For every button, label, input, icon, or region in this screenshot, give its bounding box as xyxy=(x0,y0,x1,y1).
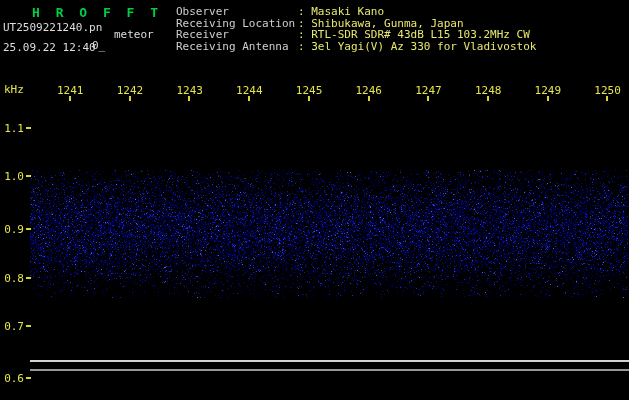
datetime-text: 25.09.22 12:40 xyxy=(3,42,96,53)
header-info-row: Receiving Location: Shibukawa, Gunma, Ja… xyxy=(176,18,464,29)
x-tick-mark xyxy=(308,96,310,101)
y-tick-label: 1.0 xyxy=(2,170,24,183)
info-label: Receiving Location xyxy=(176,18,298,29)
info-value: : 3el Yagi(V) Az 330 for Vladivostok xyxy=(298,40,536,53)
info-label: Receiving Antenna xyxy=(176,41,298,52)
y-tick-label: 0.6 xyxy=(2,372,24,385)
x-tick-mark xyxy=(129,96,131,101)
x-tick-mark xyxy=(69,96,71,101)
y-tick-mark xyxy=(26,377,31,379)
x-tick-mark xyxy=(427,96,429,101)
x-tick-mark xyxy=(188,96,190,101)
echo-counter: 0_ xyxy=(92,40,105,51)
y-tick-label: 0.8 xyxy=(2,272,24,285)
x-tick-mark xyxy=(248,96,250,101)
header-info-row: Receiving Antenna: 3el Yagi(V) Az 330 fo… xyxy=(176,41,536,52)
y-tick-mark xyxy=(26,277,31,279)
y-tick-label: 1.1 xyxy=(2,122,24,135)
y-tick-label: 0.9 xyxy=(2,223,24,236)
y-tick-mark xyxy=(26,127,31,129)
signal-level-baseline-lower xyxy=(30,369,629,371)
y-tick-mark xyxy=(26,175,31,177)
header-info-row: Receiver: RTL-SDR SDR# 43dB L15 103.2MHz… xyxy=(176,29,530,40)
x-tick-mark xyxy=(487,96,489,101)
signal-level-baseline-upper xyxy=(30,360,629,362)
y-tick-label: 0.7 xyxy=(2,320,24,333)
spectrogram-canvas xyxy=(0,0,629,400)
header-info-row: Observer: Masaki Kano xyxy=(176,6,384,17)
y-tick-mark xyxy=(26,228,31,230)
app-title: H R O F F T xyxy=(32,6,162,19)
station-label: meteor xyxy=(114,29,154,40)
x-tick-mark xyxy=(368,96,370,101)
x-tick-mark xyxy=(547,96,549,101)
y-tick-mark xyxy=(26,325,31,327)
info-label: Observer xyxy=(176,6,298,17)
hrofft-spectrogram-screen: H R O F F T UT2509221240.pn meteor 25.09… xyxy=(0,0,629,400)
y-axis-unit: kHz xyxy=(4,84,24,95)
info-label: Receiver xyxy=(176,29,298,40)
x-tick-mark xyxy=(606,96,608,101)
filename-text: UT2509221240.pn xyxy=(3,22,102,33)
